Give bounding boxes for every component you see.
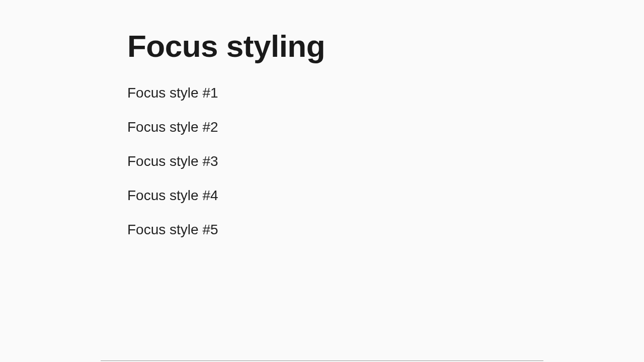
- focus-style-link-1[interactable]: Focus style #1: [127, 85, 218, 101]
- focus-style-link-4[interactable]: Focus style #4: [127, 188, 218, 204]
- footer-divider: [101, 360, 543, 361]
- focus-style-link-3[interactable]: Focus style #3: [127, 153, 218, 169]
- page-title: Focus styling: [127, 28, 543, 64]
- focus-style-link-2[interactable]: Focus style #2: [127, 119, 218, 135]
- focus-style-link-5[interactable]: Focus style #5: [127, 222, 218, 238]
- main-content: Focus styling Focus style #1 Focus style…: [127, 0, 543, 238]
- focus-style-list: Focus style #1 Focus style #2 Focus styl…: [127, 85, 543, 238]
